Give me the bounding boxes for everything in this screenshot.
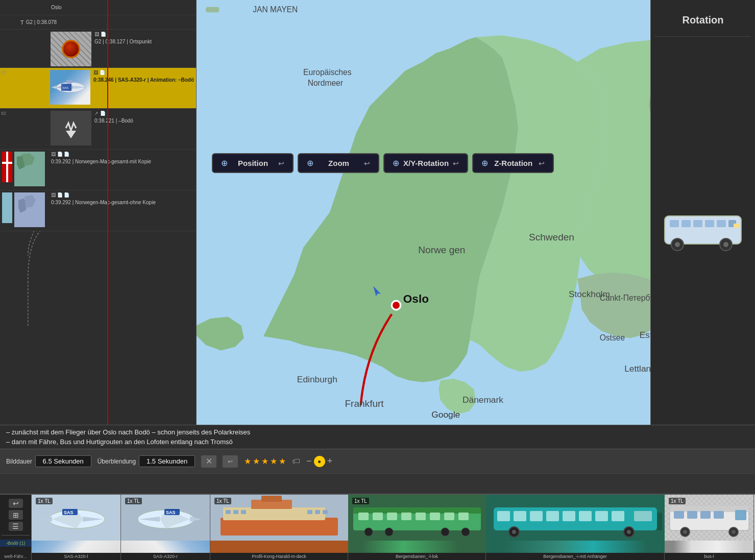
timeline-row-arrow[interactable]: 92 ↗ 📄 0:38.221 | –Bodö (0, 109, 196, 150)
timeline-row-flag[interactable]: 🖼 📄 📄 0:39.292 | Norwegen-Mac-gesamt-mit… (0, 150, 196, 190)
svg-rect-48 (734, 224, 740, 228)
star-rating[interactable]: ★ ★ ★ ★ ★ (244, 456, 286, 466)
z-label: Z-Rotation (492, 159, 534, 167)
svg-marker-4 (51, 86, 56, 89)
strip-item-1[interactable]: 1x TL SAS SAS-A320-r (121, 495, 210, 560)
flag-map-thumb (14, 152, 45, 186)
dot-label: G2 | 0:38.127 | Ortspunkt (94, 39, 152, 44)
rotation-panel: Rotation (650, 0, 755, 425)
svg-text:SAS: SAS (166, 510, 176, 515)
side-label1: -Bodö (1) (0, 540, 31, 547)
strip-label-0: SAS-A320-l (32, 553, 120, 560)
svg-rect-77 (358, 513, 369, 520)
svg-point-101 (512, 530, 516, 534)
star2[interactable]: ★ (253, 456, 260, 466)
svg-point-45 (675, 242, 680, 247)
arrow-thumbnail (51, 111, 91, 145)
timeline-row-map[interactable]: 🖼 📄 📄 0:39.292 | Norwegen-Mac-gesamt-ohn… (0, 190, 196, 231)
svg-point-103 (627, 530, 631, 534)
svg-rect-42 (717, 220, 726, 227)
zoom-control[interactable]: ⊕ Zoom ↩ (298, 153, 379, 173)
map-label: 0:39.292 | Norwegen-Mac-gesamt-ohne Kopi… (51, 200, 156, 205)
xy-label: X/Y-Rotation (403, 159, 449, 167)
strip-item-2[interactable]: 1x TL (210, 495, 348, 560)
position-control[interactable]: ⊕ Position ↩ (212, 153, 294, 173)
plane-type-icons: 🖼 📄 (93, 70, 194, 75)
svg-rect-115 (735, 510, 746, 520)
svg-text:Ostsee: Ostsee (600, 333, 625, 342)
timeline-row-plane[interactable]: 17 SAS (0, 68, 196, 109)
timeline-row-dot[interactable]: 🖼 📄 G2 | 0:38.127 | Ortspunkt (0, 30, 196, 68)
svg-rect-92 (514, 511, 526, 521)
transition-icon[interactable]: ✕ (201, 455, 216, 468)
svg-rect-98 (612, 511, 624, 521)
map-type-icons: 🖼 📄 📄 (51, 192, 194, 198)
svg-rect-2 (66, 80, 72, 83)
strip-item-3[interactable]: 1x TL (348, 495, 486, 560)
svg-point-119 (732, 530, 736, 534)
zoom-out-button[interactable]: − (306, 456, 312, 467)
position-back: ↩ (278, 159, 284, 167)
strip-icon-2[interactable]: ⊞ (9, 510, 23, 519)
zoom-in-button[interactable]: + (327, 456, 333, 467)
zoom-center-button[interactable]: ● (314, 456, 325, 467)
timeline-row-oslo[interactable]: Oslo (0, 0, 196, 15)
svg-text:Oslo: Oslo (403, 293, 429, 305)
bilddauer-field[interactable]: 6.5 Sekunden (35, 455, 91, 467)
svg-rect-69 (233, 510, 238, 514)
thumb-strip: ↩ ⊞ ☰ -Bodö (1) welt-Fähr... 1x TL (0, 494, 755, 560)
star3[interactable]: ★ (261, 456, 269, 466)
svg-text:Frankfurt: Frankfurt (345, 398, 384, 409)
xy-rotation-control[interactable]: ⊕ X/Y-Rotation ↩ (383, 153, 468, 173)
svg-rect-99 (634, 511, 652, 521)
svg-rect-83 (444, 513, 454, 520)
svg-point-14 (392, 301, 400, 309)
svg-rect-67 (261, 496, 282, 502)
strip-icon-3[interactable]: ☰ (9, 522, 23, 531)
strip-item-5[interactable]: 1x TL (665, 495, 754, 560)
strip-label-2: Profil-Kong-Harald-m-deck (210, 553, 348, 560)
plane-thumbnail: SAS (50, 70, 90, 105)
star1[interactable]: ★ (244, 456, 251, 466)
zoom-icon: ⊕ (307, 158, 313, 168)
oslo-label: Oslo (51, 5, 62, 10)
svg-rect-97 (595, 511, 608, 521)
timeline-row-g2[interactable]: T G2 | 0:38.078 (0, 15, 196, 30)
zoom-label: Zoom (318, 159, 360, 167)
strip-img-3: 1x TL (348, 495, 486, 553)
map-thumb (14, 192, 45, 227)
top-area: Oslo T G2 | 0:38.078 🖼 📄 G2 | 0:38.127 |… (0, 0, 755, 425)
undo-icon[interactable]: ↩ (223, 455, 238, 468)
svg-rect-93 (530, 511, 543, 521)
svg-rect-104 (657, 513, 662, 530)
svg-point-86 (385, 528, 393, 536)
svg-text:Dänemark: Dänemark (462, 395, 503, 405)
svg-marker-7 (66, 131, 76, 138)
tag-icon[interactable]: 🏷 (292, 457, 300, 466)
mini-map-svg (14, 152, 45, 186)
z-rotation-control[interactable]: ⊕ Z-Rotation ↩ (472, 153, 554, 173)
svg-rect-79 (387, 513, 397, 520)
zoom-controls: − ● + (306, 456, 332, 467)
side-label2: welt-Fähr... (0, 553, 31, 560)
flag-type-icons: 🖼 📄 📄 (51, 152, 194, 157)
strip-badge-1: 1x TL (125, 498, 142, 504)
strip-item-0[interactable]: 1x TL SAS SAS-A320-l (32, 495, 121, 560)
star5[interactable]: ★ (279, 456, 286, 466)
ueberblendung-label: Überblendung (98, 458, 136, 465)
strip-icon-1[interactable]: ↩ (9, 499, 23, 508)
z-back: ↩ (539, 159, 545, 167)
svg-text:Edinburgh: Edinburgh (297, 374, 337, 384)
text-line1: – zunächst mit dem Flieger über Oslo nac… (6, 428, 749, 436)
star4[interactable]: ★ (270, 456, 277, 466)
bilddauer-label: Bilddauer (6, 458, 32, 465)
svg-rect-70 (241, 510, 246, 514)
svg-text:Europäisches: Europäisches (303, 68, 352, 77)
svg-rect-82 (430, 513, 440, 520)
strip-bus-teal-svg (486, 495, 665, 541)
ueberblendung-field[interactable]: 1.5 Sekunden (139, 455, 195, 467)
svg-rect-72 (315, 510, 320, 514)
map-area: Google Oslo JAN MAYEN Europäisches Nordm… (197, 0, 755, 425)
strip-img-4 (486, 495, 665, 553)
strip-item-4[interactable]: Bergensbanen_-i-mit Anhänger (486, 495, 665, 560)
